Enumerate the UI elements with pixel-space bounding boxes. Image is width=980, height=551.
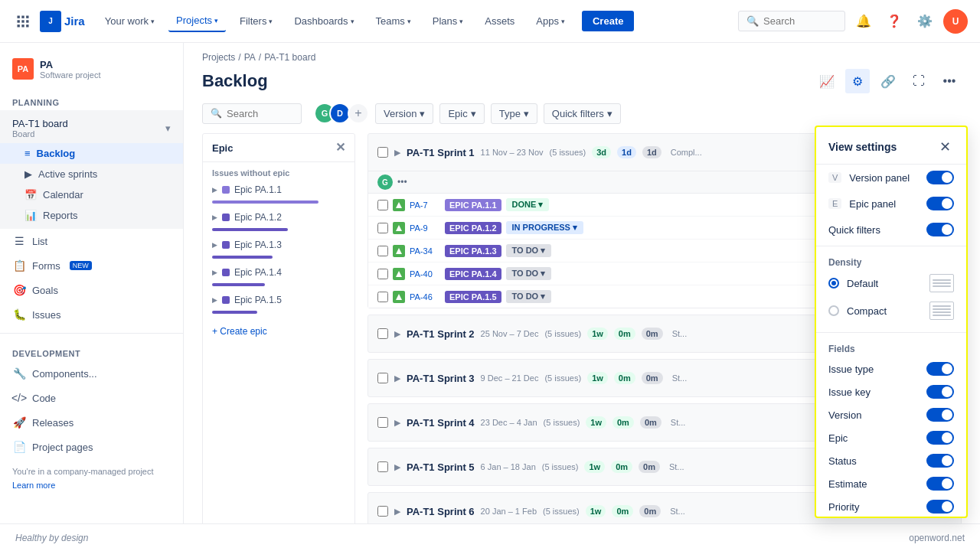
- board-header[interactable]: PA-T1 board Board ▾: [0, 113, 183, 143]
- issue-pa9-checkbox[interactable]: [377, 223, 388, 233]
- issue-status-pa34[interactable]: TO DO ▾: [506, 244, 552, 257]
- vs-issue-type-toggle[interactable]: [926, 362, 954, 376]
- issue-epic-pa40[interactable]: EPIC PA.1.4: [445, 268, 501, 280]
- breadcrumb-board[interactable]: PA-T1 board: [264, 52, 315, 63]
- issue-status-pa9[interactable]: IN PROGRESS ▾: [506, 221, 583, 234]
- epic-filter[interactable]: Epic ▾: [439, 103, 484, 124]
- issue-epic-pa34[interactable]: EPIC PA.1.3: [445, 245, 501, 257]
- jira-logo[interactable]: J Jira: [40, 11, 85, 32]
- breadcrumb-pa[interactable]: PA: [244, 52, 256, 63]
- chart-view-button[interactable]: 📈: [815, 69, 839, 93]
- settings-button[interactable]: ⚙️: [913, 9, 937, 34]
- sidebar-item-active-sprints[interactable]: ▶ Active sprints: [0, 164, 183, 184]
- nav-dashboards[interactable]: Dashboards ▾: [286, 11, 361, 31]
- epic-item-2[interactable]: ▶ Epic PA.1.2: [203, 208, 354, 227]
- nav-filters[interactable]: Filters ▾: [232, 11, 280, 31]
- sidebar-item-list[interactable]: ☰ List: [0, 229, 183, 253]
- help-button[interactable]: ❓: [882, 9, 906, 34]
- epic-item-3[interactable]: ▶ Epic PA.1.3: [203, 236, 354, 254]
- grid-menu-button[interactable]: [12, 11, 34, 32]
- sprint-2-checkbox[interactable]: [377, 328, 388, 339]
- density-compact-radio[interactable]: [828, 305, 839, 316]
- create-button[interactable]: Create: [582, 11, 634, 31]
- nav-teams[interactable]: Teams ▾: [368, 11, 419, 31]
- nav-your-work[interactable]: Your work ▾: [97, 11, 162, 31]
- view-settings-button[interactable]: ⚙: [845, 69, 870, 93]
- learn-more-link[interactable]: Learn more: [12, 481, 55, 490]
- vs-quick-filters-toggle[interactable]: [926, 223, 954, 236]
- nav-apps[interactable]: Apps ▾: [528, 11, 573, 31]
- sprint-3-checkbox[interactable]: [377, 373, 388, 383]
- notifications-button[interactable]: 🔔: [851, 9, 876, 34]
- epic-bar-4: [212, 283, 265, 286]
- density-default-radio[interactable]: [828, 278, 839, 289]
- issue-key-pa34[interactable]: PA-34: [410, 246, 440, 256]
- sidebar-item-components[interactable]: 🔧 Components...: [0, 361, 183, 386]
- issue-pa46-checkbox[interactable]: [377, 292, 388, 302]
- global-search[interactable]: 🔍: [738, 11, 845, 31]
- sprint-1-checkbox[interactable]: [377, 147, 388, 158]
- issue-epic-pa9[interactable]: EPIC PA.1.2: [445, 222, 501, 234]
- sidebar-item-calendar[interactable]: 📅 Calendar: [0, 184, 183, 205]
- sidebar-item-backlog[interactable]: ≡ Backlog: [0, 143, 183, 164]
- board-name: PA-T1 board: [12, 118, 68, 129]
- sidebar-item-goals[interactable]: 🎯 Goals: [0, 278, 183, 302]
- issue-key-pa46[interactable]: PA-46: [410, 292, 440, 302]
- issue-pa7-checkbox[interactable]: [377, 200, 388, 210]
- sidebar-item-project-pages[interactable]: 📄 Project pages: [0, 435, 183, 459]
- sidebar-item-code[interactable]: </> Code: [0, 386, 183, 410]
- epic-item-4[interactable]: ▶ Epic PA.1.4: [203, 263, 354, 282]
- version-filter[interactable]: Version ▾: [375, 103, 433, 124]
- board-section: PA-T1 board Board ▾ ≡ Backlog ▶ Active s…: [0, 110, 183, 229]
- more-button[interactable]: •••: [937, 69, 962, 93]
- user-avatar[interactable]: U: [943, 9, 968, 34]
- footer-brand: openword.net: [909, 533, 965, 543]
- quick-filters-button[interactable]: Quick filters ▾: [544, 103, 621, 124]
- backlog-search-input[interactable]: [227, 108, 293, 119]
- add-member-button[interactable]: +: [348, 103, 369, 124]
- vs-status-toggle[interactable]: [926, 454, 954, 468]
- vs-epic-toggle[interactable]: [926, 197, 954, 210]
- backlog-search[interactable]: 🔍: [202, 103, 302, 124]
- vs-priority-toggle[interactable]: [926, 500, 954, 514]
- issue-status-pa40[interactable]: TO DO ▾: [506, 267, 552, 280]
- breadcrumb-projects[interactable]: Projects: [202, 52, 235, 63]
- issue-key-pa7[interactable]: PA-7: [410, 201, 440, 210]
- issue-pa40-checkbox[interactable]: [377, 269, 388, 279]
- create-epic-button[interactable]: + Create epic: [203, 321, 354, 341]
- type-filter[interactable]: Type ▾: [491, 103, 537, 124]
- search-input[interactable]: [763, 15, 837, 27]
- issue-epic-pa7[interactable]: EPIC PA.1.1: [445, 199, 501, 211]
- issue-epic-pa46[interactable]: EPIC PA.1.5: [445, 291, 501, 303]
- density-default-option[interactable]: Default: [828, 271, 954, 295]
- vs-version-field-toggle[interactable]: [926, 408, 954, 422]
- epic-item-1[interactable]: ▶ Epic PA.1.1: [203, 181, 354, 199]
- density-compact-option[interactable]: Compact: [828, 298, 954, 323]
- header-actions: 📈 ⚙ 🔗 ⛶ •••: [815, 69, 962, 93]
- fullscreen-button[interactable]: ⛶: [906, 69, 931, 93]
- sidebar-item-issues[interactable]: 🐛 Issues: [0, 302, 183, 327]
- sidebar-item-releases[interactable]: 🚀 Releases: [0, 410, 183, 435]
- vs-version-toggle[interactable]: [926, 171, 954, 184]
- sprint-4-checkbox[interactable]: [377, 417, 388, 428]
- issue-key-pa9[interactable]: PA-9: [410, 223, 440, 233]
- share-button[interactable]: 🔗: [876, 69, 900, 93]
- sprint-6-checkbox[interactable]: [377, 506, 388, 517]
- nav-projects[interactable]: Projects ▾: [168, 10, 226, 32]
- epic-panel-close-button[interactable]: ✕: [335, 142, 345, 154]
- sprint-5-checkbox[interactable]: [377, 461, 388, 472]
- vs-close-button[interactable]: ✕: [936, 138, 954, 156]
- vs-epic-field-toggle[interactable]: [926, 431, 954, 445]
- nav-plans[interactable]: Plans ▾: [425, 11, 472, 31]
- sidebar-item-reports[interactable]: 📊 Reports: [0, 205, 183, 226]
- issue-status-pa46[interactable]: TO DO ▾: [506, 290, 552, 303]
- issue-pa34-checkbox[interactable]: [377, 246, 388, 256]
- vs-issue-key-toggle[interactable]: [926, 385, 954, 399]
- epic-item-5[interactable]: ▶ Epic PA.1.5: [203, 291, 354, 309]
- nav-assets[interactable]: Assets: [477, 11, 522, 31]
- sidebar-item-forms[interactable]: 📋 Forms NEW: [0, 253, 183, 278]
- issue-status-pa7[interactable]: DONE ▾: [506, 198, 550, 211]
- reports-icon: 📊: [24, 210, 37, 221]
- vs-estimate-toggle[interactable]: [926, 477, 954, 491]
- issue-key-pa40[interactable]: PA-40: [410, 269, 440, 279]
